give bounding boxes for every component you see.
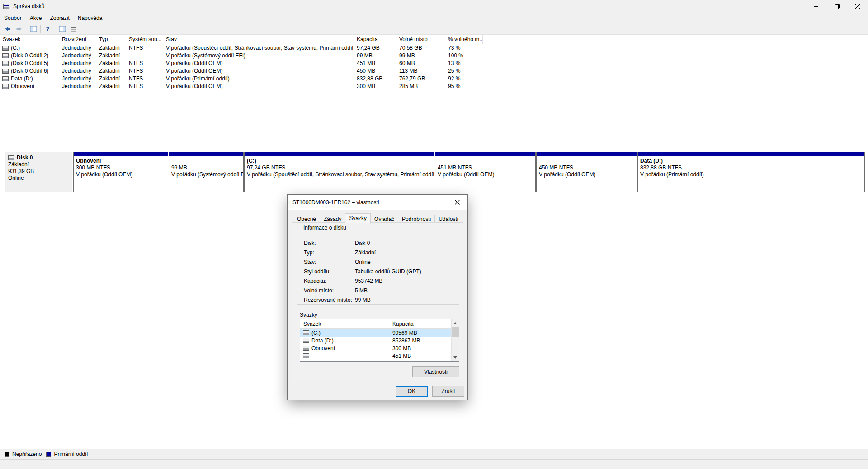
volume-capacity: 450 MB (354, 67, 396, 75)
legend-bar: Nepřiřazeno Primární oddíl (0, 449, 868, 459)
table-row[interactable]: (Disk 0 Oddíl 2) Jednoduchý Základní V p… (0, 52, 868, 60)
scroll-up-button[interactable] (452, 319, 459, 327)
minimize-icon (814, 4, 818, 9)
help-button[interactable]: ? (42, 24, 53, 34)
legend-unallocated: Nepřiřazeno (5, 451, 42, 457)
volumes-column-svazek[interactable]: Svazek (300, 319, 389, 328)
column-header-kapacita[interactable]: Kapacita (354, 35, 396, 44)
volume-capacity: 832,88 GB (354, 75, 396, 83)
volume-capacity: 99569 MB (389, 330, 417, 336)
volume-free-pct: 100 % (445, 52, 483, 60)
column-header-svazek[interactable]: Svazek (0, 35, 59, 44)
menu-bar: Soubor Akce Zobrazit Nápověda (0, 13, 868, 23)
volume-name: Obnovení (11, 83, 34, 90)
column-header-filler (483, 35, 868, 44)
menu-zobrazit[interactable]: Zobrazit (46, 13, 73, 23)
menu-soubor[interactable]: Soubor (0, 13, 26, 23)
primary-partition-swatch-icon (46, 452, 51, 457)
partition-title (539, 158, 634, 164)
disk-properties-dialog: ST1000DM003-1ER162 – vlastnosti Obecné Z… (287, 194, 468, 400)
status-bar (0, 459, 868, 469)
partition-size: 97,24 GB NTFS (247, 164, 432, 171)
scroll-up-icon (453, 322, 457, 324)
close-button[interactable] (847, 0, 868, 13)
action-pane-button[interactable] (57, 24, 68, 34)
partition-oem-451[interactable]: 451 MB NTFS V pořádku (Oddíl OEM) (435, 152, 536, 192)
list-item[interactable]: Data (D:) 852867 MB (300, 337, 451, 344)
volume-capacity: 300 MB (354, 83, 396, 90)
tab-svazky[interactable]: Svazky (345, 213, 371, 224)
volume-type: Základní (96, 83, 126, 90)
field-value: 5 MB (355, 287, 368, 294)
table-row[interactable]: Obnovení Jednoduchý Základní NTFS V pořá… (0, 83, 868, 90)
volume-capacity: 300 MB (389, 345, 411, 352)
console-tree-button[interactable] (28, 24, 39, 34)
volume-icon (2, 76, 9, 81)
partition-title (171, 158, 241, 164)
unallocated-swatch-icon (5, 452, 9, 457)
partition-efi[interactable]: 99 MB V pořádku (Systémový oddíl EFI) (169, 152, 244, 192)
status-bar-divider (763, 461, 763, 468)
ok-button[interactable]: OK (396, 386, 428, 397)
minimize-button[interactable] (806, 0, 826, 13)
field-label: Kapacita: (304, 278, 355, 284)
disk-0-label[interactable]: Disk 0 Základní 931,39 GB Online (5, 152, 72, 192)
volume-name: (Disk 0 Oddíl 5) (11, 60, 48, 67)
volume-status: V pořádku (Oddíl OEM) (163, 60, 354, 67)
table-row[interactable]: (Disk 0 Oddíl 5) Jednoduchý Základní NTF… (0, 60, 868, 67)
column-header-pct-volneho[interactable]: % volného m... (445, 35, 483, 44)
volumes-column-kapacita[interactable]: Kapacita (389, 319, 459, 328)
column-header-stav[interactable]: Stav (163, 35, 354, 44)
scroll-down-button[interactable] (452, 354, 459, 361)
close-icon (455, 200, 460, 205)
column-header-system[interactable]: Systém sou... (126, 35, 163, 44)
dialog-close-button[interactable] (447, 195, 467, 210)
volumes-list-header: Svazek Kapacita (300, 319, 459, 329)
volumes-scrollbar[interactable] (451, 319, 459, 361)
volume-type: Základní (96, 67, 126, 75)
field-label: Disk: (304, 240, 355, 246)
list-item[interactable]: (C:) 99569 MB (300, 329, 451, 337)
field-value: 953742 MB (355, 278, 382, 284)
scrollbar-thumb[interactable] (452, 327, 459, 337)
partition-obnoveni[interactable]: Obnovení 300 MB NTFS V pořádku (Oddíl OE… (73, 152, 168, 192)
cancel-button[interactable]: Zrušit (432, 386, 464, 397)
back-button[interactable] (2, 24, 13, 34)
forward-button[interactable] (13, 24, 24, 34)
toolbar-separator (26, 25, 26, 33)
partition-status: V pořádku (Oddíl OEM) (76, 171, 165, 178)
volumes-listbox: Svazek Kapacita (C:) 99569 MB Data (D:) … (300, 319, 459, 362)
column-header-rozvrzeni[interactable]: Rozvržení (59, 35, 96, 44)
forward-icon (15, 25, 23, 33)
disk-info-group: Informace o disku Disk:Disk 0 Typ:Základ… (297, 228, 459, 305)
menu-akce[interactable]: Akce (26, 13, 46, 23)
volume-layout: Jednoduchý (59, 67, 96, 75)
list-item[interactable]: 451 MB (300, 352, 451, 360)
volume-name: Obnovení (311, 345, 335, 352)
partition-size: 450 MB NTFS (539, 164, 634, 171)
table-row[interactable]: Data (D:) Jednoduchý Základní NTFS V poř… (0, 75, 868, 83)
column-header-volne-misto[interactable]: Volné místo (396, 35, 445, 44)
list-item[interactable]: Obnovení 300 MB (300, 344, 451, 352)
partition-status: V pořádku (Oddíl OEM) (438, 171, 533, 178)
disk-type: Základní (8, 161, 69, 168)
volume-layout: Jednoduchý (59, 60, 96, 67)
volume-icon (303, 353, 309, 358)
volume-free-pct: 95 % (445, 83, 483, 90)
volume-capacity: 451 MB (354, 60, 396, 67)
partition-c[interactable]: (C:) 97,24 GB NTFS V pořádku (Spouštěcí … (244, 152, 434, 192)
column-header-typ[interactable]: Typ (96, 35, 126, 44)
menu-napoveda[interactable]: Nápověda (74, 13, 107, 23)
console-tree-icon (30, 26, 37, 32)
partition-data-d[interactable]: Data (D:) 832,88 GB NTFS V pořádku (Prim… (637, 152, 865, 192)
restore-button[interactable] (826, 0, 847, 13)
partition-oem-450[interactable]: 450 MB NTFS V pořádku (Oddíl OEM) (536, 152, 637, 192)
export-list-button[interactable] (68, 24, 79, 34)
volume-status: V pořádku (Spouštěcí oddíl, Stránkovací … (163, 44, 354, 52)
table-row[interactable]: (Disk 0 Oddíl 6) Jednoduchý Základní NTF… (0, 67, 868, 75)
title-bar: Správa disků (0, 0, 868, 13)
field-value: Tabulka oddílů GUID (GPT) (355, 268, 421, 275)
table-row[interactable]: (C:) Jednoduchý Základní NTFS V pořádku … (0, 44, 868, 52)
properties-button[interactable]: Vlastnosti (412, 366, 459, 377)
dialog-title-bar: ST1000DM003-1ER162 – vlastnosti (288, 195, 467, 210)
